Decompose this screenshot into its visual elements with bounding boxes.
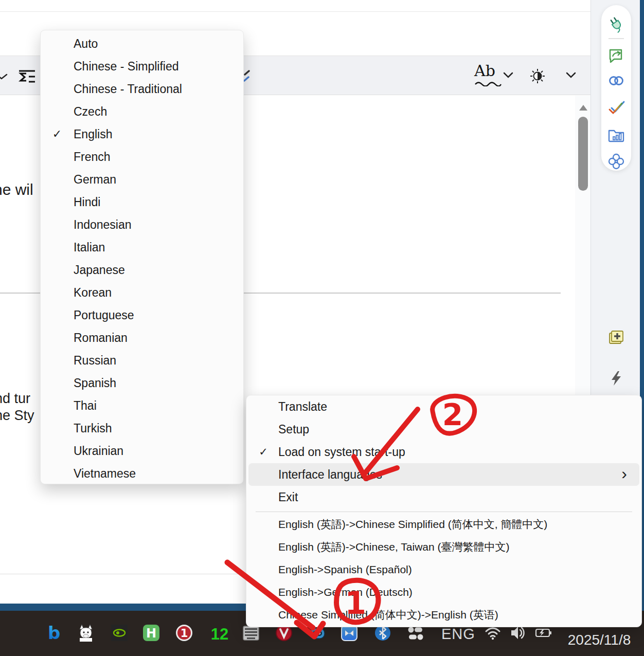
language-label: Korean — [74, 286, 243, 300]
language-label: Spanish — [74, 376, 243, 390]
lightning-icon[interactable] — [607, 369, 625, 388]
language-label: Auto — [74, 37, 243, 51]
language-label: Hindi — [74, 195, 243, 209]
language-pair-label: English->Spanish (Español) — [278, 563, 412, 576]
plug-icon[interactable] — [607, 15, 625, 33]
language-label: Vietnamese — [74, 467, 243, 481]
language-menu-item[interactable]: ✓French — [41, 145, 243, 168]
language-pair-list: English (英語)->Chinese Simplified (简体中文, … — [246, 513, 641, 626]
theme-toggle-icon[interactable] — [530, 68, 545, 84]
bing-icon[interactable]: b — [45, 624, 63, 642]
language-pair-label: English (英語)->Chinese Simplified (简体中文, … — [278, 517, 547, 532]
language-menu-item[interactable]: ✓Korean — [41, 281, 243, 304]
calendar-number[interactable]: 12 — [208, 625, 231, 644]
language-pair-item[interactable]: Chinese Simplified (简体中文)->English (英语) — [246, 604, 641, 626]
window-top-border — [0, 11, 591, 12]
spellcheck-underline-icon — [474, 81, 502, 86]
language-label: Czech — [74, 105, 243, 119]
language-pair-item[interactable]: English->Spanish (Español) — [246, 558, 641, 581]
menu-separator — [256, 512, 632, 512]
language-label: English — [74, 127, 243, 141]
language-menu-item[interactable]: ✓Ukrainian — [41, 440, 243, 462]
menu-item-exit[interactable]: ✓Exit — [248, 486, 639, 508]
share-chat-icon[interactable] — [607, 45, 625, 64]
language-menu-item[interactable]: ✓Thai — [41, 394, 243, 417]
llama-icon[interactable] — [77, 624, 95, 642]
language-menu-item[interactable]: ✓Spanish — [41, 372, 243, 394]
language-menu-item[interactable]: ✓Italian — [41, 236, 243, 259]
scrollbar-thumb[interactable] — [578, 117, 588, 191]
chevron-down-icon[interactable] — [0, 73, 8, 80]
tray-context-menu: ✓Translate ✓Setup ✓Load on system start-… — [246, 395, 642, 627]
svg-text:1: 1 — [181, 627, 188, 640]
scrollbar-up-arrow[interactable] — [579, 105, 587, 111]
menu-item-interface-languages[interactable]: ✓Interface languages› — [248, 463, 639, 486]
taskbar-date[interactable]: 2025/11/8 — [566, 632, 633, 648]
chevron-down-icon[interactable] — [566, 72, 576, 78]
chevron-down-icon[interactable] — [503, 72, 513, 78]
h-app-icon[interactable]: H — [142, 624, 160, 642]
svg-text:H: H — [146, 626, 156, 641]
new-note-icon[interactable] — [607, 328, 625, 347]
menu-item-label: Load on system start-up — [278, 445, 639, 459]
check-icon: ✓ — [248, 446, 278, 458]
language-pair-item[interactable]: English->German (Deutsch) — [246, 581, 641, 604]
svg-text:b: b — [48, 624, 60, 642]
language-menu-item[interactable]: ✓Hindi — [41, 191, 243, 213]
language-label: Russian — [74, 354, 243, 368]
language-menu-item[interactable]: ✓Vietnamese — [41, 462, 243, 485]
language-label: Portuguese — [74, 308, 243, 322]
language-label: Turkish — [74, 422, 243, 435]
language-menu-item-selected[interactable]: ✓English — [41, 123, 243, 145]
language-menu-item[interactable]: ✓Auto — [41, 32, 243, 55]
language-menu-item[interactable]: ✓Japanese — [41, 259, 243, 281]
spellcheck-button[interactable]: Ab — [474, 62, 495, 80]
language-menu-item[interactable]: ✓Chinese - Traditional — [41, 78, 243, 100]
right-sidebar — [591, 0, 640, 395]
language-menu-item[interactable]: ✓Turkish — [41, 417, 243, 440]
language-label: Chinese - Traditional — [74, 82, 243, 96]
language-menu-item[interactable]: ✓Chinese - Simplified — [41, 55, 243, 78]
language-menu-item[interactable]: ✓Romanian — [41, 326, 243, 349]
sum-lines-icon[interactable] — [19, 69, 36, 84]
language-pair-label: English->German (Deutsch) — [278, 586, 413, 598]
language-dropdown-menu: ✓Auto ✓Chinese - Simplified ✓Chinese - T… — [40, 30, 244, 484]
language-label: French — [74, 150, 243, 164]
language-label: Romanian — [74, 331, 243, 345]
pill-divider — [609, 38, 624, 39]
check-icon: ✓ — [41, 127, 74, 141]
screen: Ab ne wil nd tur he Sty — [0, 0, 644, 656]
language-pair-item[interactable]: English (英語)->Chinese Simplified (简体中文, … — [246, 513, 641, 536]
language-label: Italian — [74, 241, 243, 254]
clover-icon[interactable] — [607, 152, 625, 171]
language-menu-item[interactable]: ✓German — [41, 168, 243, 191]
document-text-fragment: nd tur — [0, 391, 30, 407]
language-label: Thai — [74, 399, 243, 413]
menu-item-translate[interactable]: ✓Translate — [248, 395, 639, 418]
language-pair-label: English (英語)->Chinese, Taiwan (臺灣繁體中文) — [278, 540, 509, 554]
document-text-fragment: ne wil — [0, 181, 33, 198]
language-label: Ukrainian — [74, 444, 243, 458]
language-menu-item[interactable]: ✓Czech — [41, 100, 243, 123]
language-menu-item[interactable]: ✓Portuguese — [41, 304, 243, 326]
notification-badge-icon[interactable]: 1 — [175, 624, 193, 642]
double-check-icon[interactable] — [607, 99, 625, 117]
language-label: Indonesian — [74, 218, 243, 232]
menu-item-label: Interface languages — [278, 468, 639, 482]
language-label: German — [74, 173, 243, 187]
partial-tool-icon[interactable] — [243, 69, 251, 84]
language-pair-label: Chinese Simplified (简体中文)->English (英语) — [278, 608, 498, 622]
nvidia-icon[interactable] — [111, 624, 128, 642]
menu-item-load-on-startup[interactable]: ✓Load on system start-up — [248, 441, 639, 463]
document-text-fragment: he Sty — [0, 408, 34, 424]
folder-stats-icon[interactable] — [607, 126, 625, 144]
language-menu-item[interactable]: ✓Indonesian — [41, 213, 243, 236]
language-menu-item[interactable]: ✓Russian — [41, 349, 243, 372]
input-language-indicator[interactable]: ENG — [441, 626, 475, 643]
menu-item-setup[interactable]: ✓Setup — [248, 418, 639, 441]
link-icon[interactable] — [607, 71, 625, 90]
menu-item-label: Exit — [278, 490, 639, 504]
menu-item-label: Setup — [278, 423, 639, 436]
language-pair-item[interactable]: English (英語)->Chinese, Taiwan (臺灣繁體中文) — [246, 536, 641, 558]
tool-pill — [601, 5, 631, 171]
